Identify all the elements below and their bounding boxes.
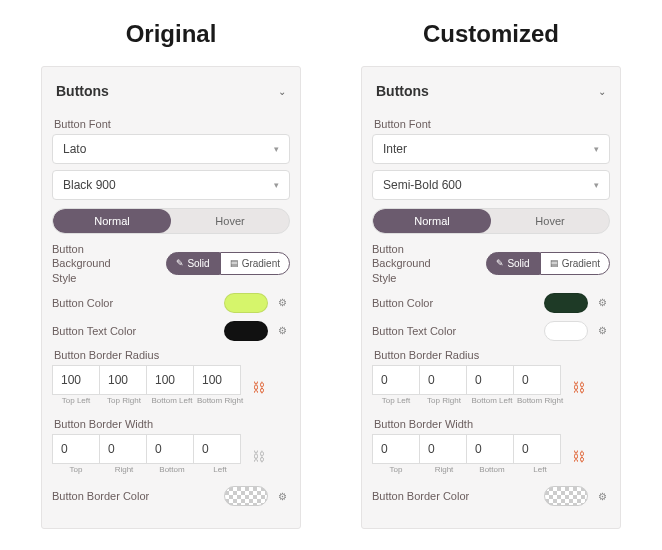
pencil-icon: ✎ [176, 258, 184, 268]
radius-tl[interactable] [372, 365, 420, 395]
width-label: Button Border Width [54, 418, 288, 430]
bg-style-label: Button Background Style [372, 242, 431, 285]
width-bottom[interactable] [466, 434, 514, 464]
pencil-icon: ✎ [496, 258, 504, 268]
link-icon[interactable]: ⛓ [252, 380, 265, 395]
width-right[interactable] [419, 434, 467, 464]
panel-title: Buttons [376, 83, 429, 99]
width-label: Button Border Width [374, 418, 608, 430]
pill-gradient[interactable]: ▤Gradient [220, 252, 290, 275]
font-weight-value: Semi-Bold 600 [383, 178, 462, 192]
dropdown-arrow-icon: ▾ [274, 144, 279, 154]
gear-icon[interactable]: ⚙ [274, 488, 290, 504]
border-color-swatch[interactable] [544, 486, 588, 506]
original-title: Original [41, 20, 301, 48]
text-color-swatch[interactable] [224, 321, 268, 341]
radius-inputs [372, 365, 564, 395]
radius-tl[interactable] [52, 365, 100, 395]
button-color-label: Button Color [52, 296, 113, 310]
dropdown-arrow-icon: ▾ [274, 180, 279, 190]
radius-tr[interactable] [99, 365, 147, 395]
font-label: Button Font [374, 118, 608, 130]
bg-style-label: Button Background Style [52, 242, 111, 285]
text-color-swatch[interactable] [544, 321, 588, 341]
customized-column: Customized Buttons ⌄ Button Font Inter ▾… [361, 20, 621, 529]
width-inputs [52, 434, 244, 464]
button-color-swatch[interactable] [224, 293, 268, 313]
font-weight-value: Black 900 [63, 178, 116, 192]
width-top[interactable] [52, 434, 100, 464]
border-color-swatch[interactable] [224, 486, 268, 506]
font-family-select[interactable]: Lato ▾ [52, 134, 290, 164]
tab-hover[interactable]: Hover [171, 209, 289, 233]
pill-gradient[interactable]: ▤Gradient [540, 252, 610, 275]
width-bottom[interactable] [146, 434, 194, 464]
panel-title: Buttons [56, 83, 109, 99]
gradient-icon: ▤ [550, 258, 559, 268]
link-icon[interactable]: ⛓ [572, 449, 585, 464]
radius-inputs [52, 365, 244, 395]
gear-icon[interactable]: ⚙ [274, 295, 290, 311]
original-panel: Buttons ⌄ Button Font Lato ▾ Black 900 ▾… [41, 66, 301, 529]
width-right[interactable] [99, 434, 147, 464]
tab-normal[interactable]: Normal [53, 209, 171, 233]
pill-solid[interactable]: ✎Solid [166, 252, 219, 275]
font-family-value: Inter [383, 142, 407, 156]
tab-hover[interactable]: Hover [491, 209, 609, 233]
border-color-label: Button Border Color [52, 489, 149, 503]
chevron-down-icon: ⌄ [278, 86, 286, 97]
gradient-icon: ▤ [230, 258, 239, 268]
state-toggle: Normal Hover [372, 208, 610, 234]
original-column: Original Buttons ⌄ Button Font Lato ▾ Bl… [41, 20, 301, 529]
width-inputs [372, 434, 564, 464]
font-family-value: Lato [63, 142, 86, 156]
pill-solid[interactable]: ✎Solid [486, 252, 539, 275]
radius-br[interactable] [193, 365, 241, 395]
font-weight-select[interactable]: Black 900 ▾ [52, 170, 290, 200]
radius-bl[interactable] [466, 365, 514, 395]
dropdown-arrow-icon: ▾ [594, 180, 599, 190]
button-color-swatch[interactable] [544, 293, 588, 313]
bg-style-pills: ✎Solid ▤Gradient [166, 252, 290, 275]
customized-title: Customized [361, 20, 621, 48]
width-left[interactable] [193, 434, 241, 464]
radius-bl[interactable] [146, 365, 194, 395]
chevron-down-icon: ⌄ [598, 86, 606, 97]
gear-icon[interactable]: ⚙ [594, 488, 610, 504]
bg-style-pills: ✎Solid ▤Gradient [486, 252, 610, 275]
customized-panel: Buttons ⌄ Button Font Inter ▾ Semi-Bold … [361, 66, 621, 529]
font-label: Button Font [54, 118, 288, 130]
link-icon[interactable]: ⛓ [572, 380, 585, 395]
radius-label: Button Border Radius [374, 349, 608, 361]
text-color-label: Button Text Color [372, 324, 456, 338]
gear-icon[interactable]: ⚙ [274, 323, 290, 339]
state-toggle: Normal Hover [52, 208, 290, 234]
border-color-label: Button Border Color [372, 489, 469, 503]
radius-label: Button Border Radius [54, 349, 288, 361]
gear-icon[interactable]: ⚙ [594, 323, 610, 339]
panel-header[interactable]: Buttons ⌄ [52, 77, 290, 110]
radius-tr[interactable] [419, 365, 467, 395]
width-left[interactable] [513, 434, 561, 464]
text-color-label: Button Text Color [52, 324, 136, 338]
button-color-label: Button Color [372, 296, 433, 310]
radius-br[interactable] [513, 365, 561, 395]
font-weight-select[interactable]: Semi-Bold 600 ▾ [372, 170, 610, 200]
width-top[interactable] [372, 434, 420, 464]
dropdown-arrow-icon: ▾ [594, 144, 599, 154]
gear-icon[interactable]: ⚙ [594, 295, 610, 311]
font-family-select[interactable]: Inter ▾ [372, 134, 610, 164]
tab-normal[interactable]: Normal [373, 209, 491, 233]
panel-header[interactable]: Buttons ⌄ [372, 77, 610, 110]
unlink-icon[interactable]: ⛓ [252, 449, 265, 464]
